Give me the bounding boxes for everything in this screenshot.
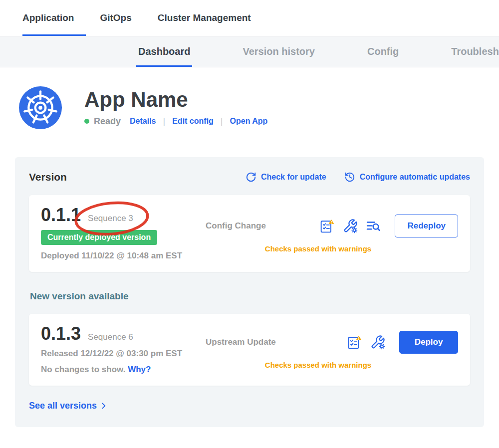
- preflight-checks-icon[interactable]: [347, 335, 362, 350]
- version-source-label: Config Change: [206, 221, 303, 231]
- preflight-checks-icon[interactable]: [320, 219, 335, 233]
- tab-config[interactable]: Config: [367, 36, 399, 67]
- no-changes-text: No changes to show.: [41, 365, 125, 374]
- tab-application[interactable]: Application: [22, 0, 74, 36]
- link-separator: |: [163, 116, 166, 127]
- deploy-button[interactable]: Deploy: [399, 331, 458, 354]
- check-for-update-label: Check for update: [261, 173, 326, 182]
- configure-automatic-updates-link[interactable]: Configure automatic updates: [344, 172, 470, 183]
- view-files-icon[interactable]: [366, 219, 381, 233]
- current-version-actions: Config Change: [206, 206, 458, 261]
- released-timestamp: Released 12/12/22 @ 03:30 pm EST: [41, 349, 206, 359]
- kubernetes-logo: [19, 86, 62, 129]
- available-version-info: 0.1.3 Sequence 6 Released 12/12/22 @ 03:…: [41, 325, 206, 375]
- see-all-versions-link[interactable]: See all versions: [29, 401, 108, 411]
- sequence-wrap: Sequence 3: [88, 214, 133, 224]
- configure-automatic-updates-label: Configure automatic updates: [360, 173, 470, 182]
- available-version-actions: Upstream Update: [206, 325, 458, 375]
- checks-status-available: Checks passed with warnings: [206, 361, 458, 369]
- auto-update-icon: [344, 172, 355, 183]
- why-link[interactable]: Why?: [128, 365, 151, 374]
- refresh-icon: [246, 172, 256, 183]
- available-sequence-label: Sequence 6: [88, 332, 133, 342]
- page-title: App Name: [84, 89, 267, 110]
- version-section-title: Version: [29, 171, 67, 183]
- version-panel: Version Check for update Configure au: [15, 157, 484, 427]
- tab-gitops[interactable]: GitOps: [100, 0, 131, 36]
- current-sequence-label: Sequence 3: [88, 214, 133, 223]
- status-row: Ready Details | Edit config | Open App: [84, 116, 267, 127]
- version-source-label: Upstream Update: [206, 337, 303, 347]
- config-wrench-icon[interactable]: [343, 219, 358, 233]
- deployed-timestamp: Deployed 11/10/22 @ 10:48 am EST: [41, 251, 206, 261]
- config-wrench-icon[interactable]: [370, 335, 385, 350]
- page: Application GitOps Cluster Management Da…: [0, 0, 499, 427]
- link-separator: |: [221, 116, 223, 127]
- version-check-icons: [320, 219, 381, 233]
- edit-config-link[interactable]: Edit config: [172, 117, 214, 126]
- tab-troubleshoot[interactable]: Troubleshoot: [451, 36, 499, 67]
- version-panel-actions: Check for update Configure automatic upd…: [246, 172, 470, 183]
- version-panel-header: Version Check for update Configure au: [29, 171, 470, 183]
- current-version-info: 0.1.1 Sequence 3 Currently deployed vers…: [41, 206, 206, 261]
- current-version-card: 0.1.1 Sequence 3 Currently deployed vers…: [29, 195, 470, 272]
- current-version-number: 0.1.1: [41, 206, 81, 224]
- open-app-link[interactable]: Open App: [230, 117, 268, 126]
- app-title-block: App Name Ready Details | Edit config | O…: [84, 89, 267, 127]
- currently-deployed-badge: Currently deployed version: [41, 230, 157, 245]
- tab-cluster-management[interactable]: Cluster Management: [158, 0, 251, 36]
- available-version-card: 0.1.3 Sequence 6 Released 12/12/22 @ 03:…: [29, 314, 470, 386]
- status-dot: [84, 119, 89, 124]
- status-text: Ready: [94, 116, 121, 127]
- available-version-number: 0.1.3: [41, 325, 81, 343]
- check-for-update-link[interactable]: Check for update: [246, 172, 326, 183]
- chevron-right-icon: [99, 402, 108, 410]
- details-link[interactable]: Details: [130, 117, 156, 126]
- checks-status-current: Checks passed with warnings: [206, 244, 458, 253]
- version-check-icons: [347, 335, 385, 350]
- new-version-heading: New version available: [30, 291, 470, 302]
- tab-dashboard[interactable]: Dashboard: [138, 36, 190, 67]
- tab-version-history[interactable]: Version history: [243, 36, 315, 67]
- no-changes-line: No changes to show. Why?: [41, 365, 206, 375]
- see-all-versions-label: See all versions: [29, 401, 97, 411]
- redeploy-button[interactable]: Redeploy: [395, 215, 458, 237]
- secondary-nav: Dashboard Version history Config Trouble…: [0, 36, 499, 67]
- primary-nav: Application GitOps Cluster Management: [0, 0, 499, 36]
- app-header: App Name Ready Details | Edit config | O…: [0, 67, 499, 129]
